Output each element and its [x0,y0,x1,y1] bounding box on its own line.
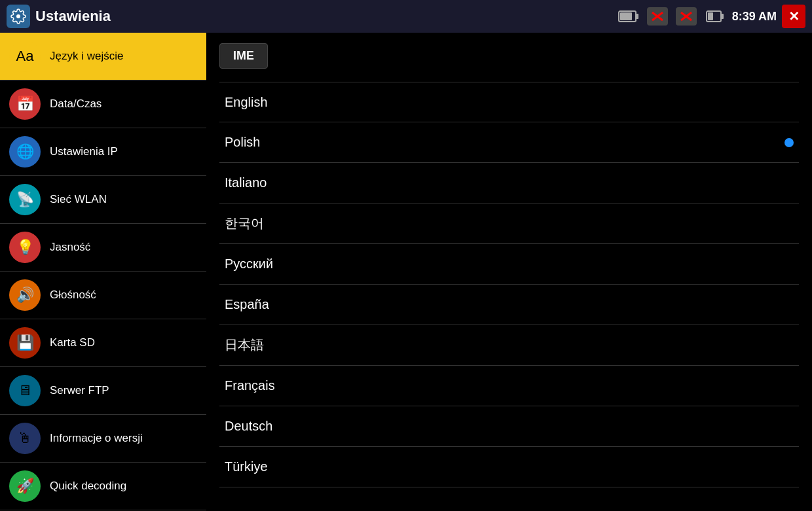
sidebar-label-quick: Quick decoding [50,480,126,493]
close-button[interactable]: ✕ [782,5,805,28]
app-title: Ustawienia [35,8,111,25]
sidebar-item-info[interactable]: 🖱Informacje o wersji [0,415,206,463]
sidebar-label-ip: Ustawienia IP [50,145,118,158]
svg-rect-3 [620,12,632,20]
sidebar-icon-info: 🖱 [9,423,41,454]
sidebar-label-jasnosc: Jasność [50,241,90,254]
right-panel: IME EnglishPolishItaliano한국어РусскийEspañ… [206,33,812,511]
sidebar-label-data: Data/Czas [50,97,101,111]
sidebar: AaJęzyk i wejście📅Data/Czas🌐Ustawienia I… [0,33,206,511]
language-item-italiano[interactable]: Italiano [219,163,799,203]
sidebar-icon-glosnosc: 🔊 [9,279,41,311]
battery-icon-2 [703,7,727,26]
sidebar-icon-ip: 🌐 [9,136,41,167]
language-name-korean: 한국어 [225,215,264,232]
signal-x-icon-1 [646,7,669,26]
language-item-russian[interactable]: Русский [219,244,799,285]
language-name-japanese: 日本語 [225,336,264,354]
sidebar-item-quick[interactable]: 🚀Quick decoding [0,463,206,510]
sidebar-item-ip[interactable]: 🌐Ustawienia IP [0,128,206,176]
language-name-italiano: Italiano [225,175,267,190]
sidebar-item-wlan[interactable]: 📡Sieć WLAN [0,176,206,224]
topbar-left: Ustawienia [7,5,111,28]
language-name-english: English [225,95,268,110]
sidebar-item-data[interactable]: 📅Data/Czas [0,80,206,128]
svg-rect-12 [708,12,713,20]
sidebar-icon-data: 📅 [9,88,41,120]
language-name-german: Deutsch [225,419,272,434]
language-item-english[interactable]: English [219,82,799,122]
language-item-espana[interactable]: España [219,285,799,325]
sidebar-item-jasnosc[interactable]: 💡Jasność [0,224,206,272]
language-name-espana: España [225,297,269,312]
signal-x-icon-2 [674,7,698,26]
language-item-turkish[interactable]: Türkiye [219,447,799,487]
sidebar-label-karta: Karta SD [50,336,95,349]
sidebar-label-glosnosc: Głośność [50,289,96,302]
language-item-french[interactable]: Français [219,366,799,406]
language-name-turkish: Türkiye [225,459,268,474]
settings-app-icon [7,5,30,28]
svg-rect-11 [721,14,724,19]
sidebar-item-karta[interactable]: 💾Karta SD [0,319,206,367]
svg-point-0 [16,14,20,18]
language-name-russian: Русский [225,256,273,272]
language-item-korean[interactable]: 한국어 [219,203,799,244]
sidebar-icon-ftp: 🖥 [9,375,41,406]
sidebar-label-wlan: Sieć WLAN [50,193,107,206]
sidebar-item-jezyk[interactable]: AaJęzyk i wejście [0,33,206,80]
language-selected-indicator [784,138,794,147]
sidebar-item-ftp[interactable]: 🖥Serwer FTP [0,367,206,415]
ime-button[interactable]: IME [219,43,268,69]
language-item-polish[interactable]: Polish [219,122,799,163]
time-display: 8:39 AM [732,10,777,24]
language-item-japanese[interactable]: 日本語 [219,325,799,366]
topbar-right: 8:39 AM ✕ [617,5,805,28]
language-item-german[interactable]: Deutsch [219,406,799,447]
topbar: Ustawienia [0,0,812,33]
svg-rect-2 [636,14,638,19]
sidebar-icon-wlan: 📡 [9,184,41,215]
language-name-polish: Polish [225,135,260,150]
sidebar-label-info: Informacje o wersji [50,432,143,445]
main-content: AaJęzyk i wejście📅Data/Czas🌐Ustawienia I… [0,33,812,511]
battery-icon-1 [617,7,640,26]
sidebar-label-ftp: Serwer FTP [50,384,109,397]
sidebar-icon-jasnosc: 💡 [9,232,41,263]
language-list: EnglishPolishItaliano한국어РусскийEspaña日本語… [219,82,799,487]
sidebar-label-jezyk: Język i wejście [50,50,123,63]
sidebar-item-glosnosc[interactable]: 🔊Głośność [0,272,206,319]
sidebar-icon-quick: 🚀 [9,470,41,502]
sidebar-icon-karta: 💾 [9,327,41,359]
sidebar-icon-jezyk: Aa [9,41,41,72]
language-name-french: Français [225,378,275,393]
